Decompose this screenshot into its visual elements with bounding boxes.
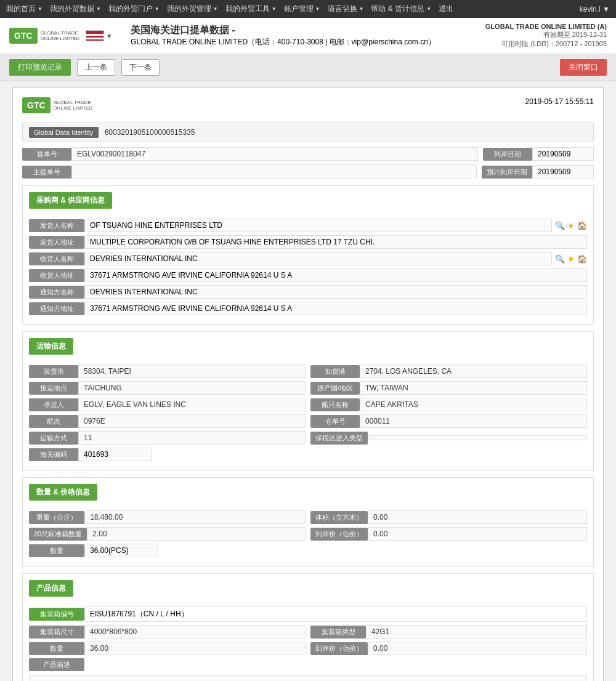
transport-bonded-row: 运输方式 11 保税区进入类型 [29,431,587,445]
valid-date: 有效期至 2019-12-31 [485,30,607,39]
warehouse-label: 仓单号 [310,415,360,428]
account-info: GLOBAL TRADE ONLINE LIMITED (A) 有效期至 201… [485,23,607,49]
shipper-search-icon[interactable]: 🔍 [555,221,565,230]
nav-home-label: 我的首页 [6,4,36,14]
container-type-field: 集装箱类型 42G1 [310,625,587,639]
product-price-label: 到岸价（估价） [310,642,368,655]
buyer-supplier-title: 采购商 & 供应商信息 [29,192,112,209]
logo-box: GTC [9,28,38,44]
doc-timestamp: 2019-05-17 15:55:11 [525,97,594,106]
global-data-identity-row: Global Data Identity 6003201905100000515… [22,123,594,142]
nav-tools[interactable]: 我的外贸工具 ▼ [225,4,277,14]
consignee-star-icon[interactable]: ★ [567,254,575,264]
nav-foreign-management-label: 我的外贸管理 [167,4,211,14]
arrival-price-label: 到岸价（估价） [310,528,368,541]
next-button[interactable]: 下一条 [121,59,160,76]
nav-help-arrow: ▼ [426,6,431,12]
product-section: 产品信息 集装箱编号 EISU1876791（CN / L / HH） 集装箱尺… [22,573,594,681]
vessel-value: CAPE AKRITAS [360,398,587,411]
unloading-port-label: 卸货港 [310,365,360,378]
nav-foreign-portal[interactable]: 我的外贸门户 ▼ [108,4,160,14]
nav-logout[interactable]: 退出 [439,4,453,14]
notify-address-row: 通知方地址 37671 ARMSTRONG AVE IRVINE CALIFOR… [29,302,587,315]
us-flag [86,30,104,41]
master-bill-value [71,164,477,179]
shipper-name-value: OF TSUANG HINE ENTERPRISES LTD [84,219,552,232]
shipper-home-icon[interactable]: 🏠 [577,221,587,230]
est-arrival-value: 20190509 [532,165,594,179]
container-no-row: 集装箱编号 EISU1876791（CN / L / HH） [29,606,587,622]
shipper-name-label: 发货人名称 [29,219,84,232]
container-20-label: 20尺标准箱数量 [29,528,87,541]
logo-area: GTC GLOBAL TRADEONLINE LIMITED [9,28,79,44]
flag-dropdown-arrow: ▼ [106,33,112,39]
origin-field: 原产国/地区 TW, TAIWAN [310,381,587,395]
weight-volume-row: 重量（公斤） 18,480.00 体积（立方米） 0.00 [29,510,587,524]
voyage-label: 航次 [29,415,78,428]
container-20-field: 20尺标准箱数量 2.00 [29,527,306,541]
est-arrival-label: 预计到岸日期 [482,166,532,179]
container-size-value: 4000*806*800 [84,625,306,639]
qty-label: 数量 [29,544,84,557]
master-bill-field: 主提单号 [22,164,477,179]
nav-account-label: 账户管理 [284,4,314,14]
container-size-label: 集装箱尺寸 [29,626,84,639]
vessel-field: 船只名称 CAPE AKRITAS [310,398,587,411]
bill-no-field: 提单号 EGLV002900118047 [22,147,478,161]
nav-import-data[interactable]: 我的外贸数据 ▼ [50,4,101,14]
voyage-warehouse-row: 航次 0976E 仓单号 000011 [29,414,587,428]
nav-logout-label: 退出 [439,4,453,14]
nav-tools-arrow: ▼ [272,6,277,12]
user-info[interactable]: kevin.l ▼ [580,5,610,14]
consignee-address-label: 收货人地址 [29,269,84,282]
nav-account[interactable]: 账户管理 ▼ [284,4,320,14]
nav-foreign-management[interactable]: 我的外贸管理 ▼ [167,4,218,14]
unloading-port-field: 卸货港 2704, LOS ANGELES, CA [310,365,587,378]
nav-account-arrow: ▼ [315,6,320,12]
company-name: GLOBAL TRADE ONLINE LIMITED (A) [485,23,607,30]
prev-button[interactable]: 上一条 [77,59,115,76]
voyage-field: 航次 0976E [29,414,306,428]
transport-title-row: 运输信息 [29,338,587,360]
doc-header: GTC GLOBAL TRADEONLINE LIMITED 2019-05-1… [22,97,594,113]
port-row: 装货港 58304, TAIPEI 卸货港 2704, LOS ANGELES,… [29,365,587,378]
close-button[interactable]: 关闭窗口 [560,59,607,76]
carrier-label: 承运人 [29,398,78,411]
print-button[interactable]: 打印预览记录 [9,59,71,76]
arrival-date-field: 到岸日期 20190509 [483,147,594,161]
container-no-label: 集装箱编号 [29,608,84,621]
consignee-home-icon[interactable]: 🏠 [577,254,587,264]
arrival-price-value: 0.00 [368,527,587,541]
nav-language[interactable]: 语言切换 ▼ [328,4,364,14]
container-type-value: 42G1 [366,625,587,639]
top-navigation: 我的首页 ▼ 我的外贸数据 ▼ 我的外贸门户 ▼ 我的外贸管理 ▼ 我的外贸工具… [0,0,616,18]
arrival-date-label: 到岸日期 [483,148,532,161]
consignee-name-label: 收货人名称 [29,252,84,265]
top-toolbar: 打印预览记录 上一条 下一条 关闭窗口 [0,54,616,81]
consignee-search-icon[interactable]: 🔍 [555,254,565,264]
nav-help[interactable]: 帮助 & 货计信息 ▼ [371,4,431,14]
loading-port-field: 装货港 58304, TAIPEI [29,365,306,378]
warehouse-field: 仓单号 000011 [310,414,587,428]
quantity-price-title-row: 数量 & 价格信息 [29,484,587,506]
product-qty-value: 36.00 [84,642,306,655]
product-qty-field: 数量 36.00 [29,642,306,655]
page-header: GTC GLOBAL TRADEONLINE LIMITED ▼ 美国海关进口提… [0,18,616,54]
container-size-field: 集装箱尺寸 4000*806*800 [29,625,306,639]
transport-mode-label: 运输方式 [29,432,78,445]
gdi-label: Global Data Identity [29,127,99,138]
origin-label: 原产国/地区 [310,382,360,395]
pre-transport-field: 预运地点 TAICHUNG [29,381,306,395]
nav-language-arrow: ▼ [359,6,364,12]
nav-left: 我的首页 ▼ 我的外贸数据 ▼ 我的外贸门户 ▼ 我的外贸管理 ▼ 我的外贸工具… [6,4,453,14]
bill-row: 提单号 EGLV002900118047 到岸日期 20190509 [22,147,594,161]
gdi-value: 6003201905100000515335 [105,128,195,137]
product-title-row: 产品信息 [29,580,587,602]
nav-home[interactable]: 我的首页 ▼ [6,4,43,14]
shipper-star-icon[interactable]: ★ [567,221,575,230]
transport-section: 运输信息 装货港 58304, TAIPEI 卸货港 2704, LOS ANG… [22,331,594,471]
consignee-action-icons: 🔍 ★ 🏠 [555,254,587,264]
consignee-address-value: 37671 ARMSTRONG AVE IRVINE CALIFORNIA 92… [84,268,587,282]
flag-selector[interactable]: ▼ [86,30,112,41]
notify-name-row: 通知方名称 DEVRIES INTERNATIONAL INC [29,285,587,299]
